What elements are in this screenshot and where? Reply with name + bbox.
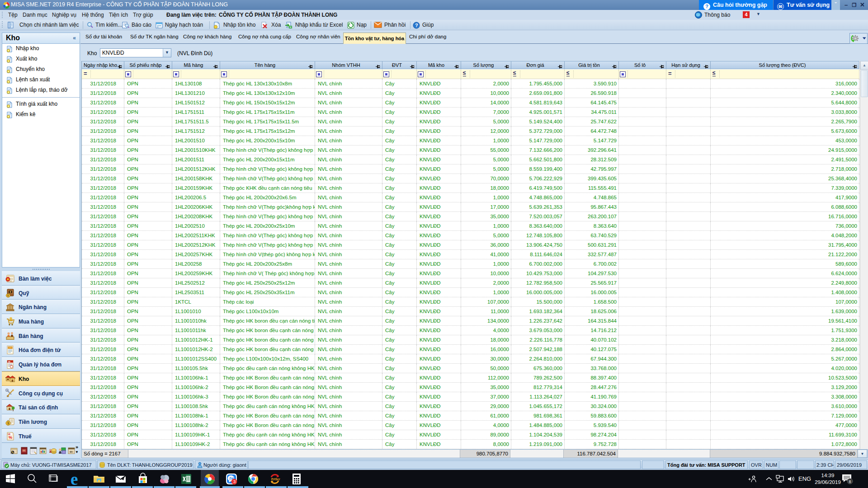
svg-text:HĐ: HĐ [8,361,10,363]
svg-text:%: % [9,435,12,440]
svg-text:3: 3 [233,479,236,484]
svg-text:⊘: ⊘ [70,450,72,453]
svg-text:$: $ [7,422,9,425]
svg-text:PrtScr: PrtScr [271,478,280,481]
svg-text:8: 8 [849,479,851,484]
svg-text:?: ? [415,23,418,28]
